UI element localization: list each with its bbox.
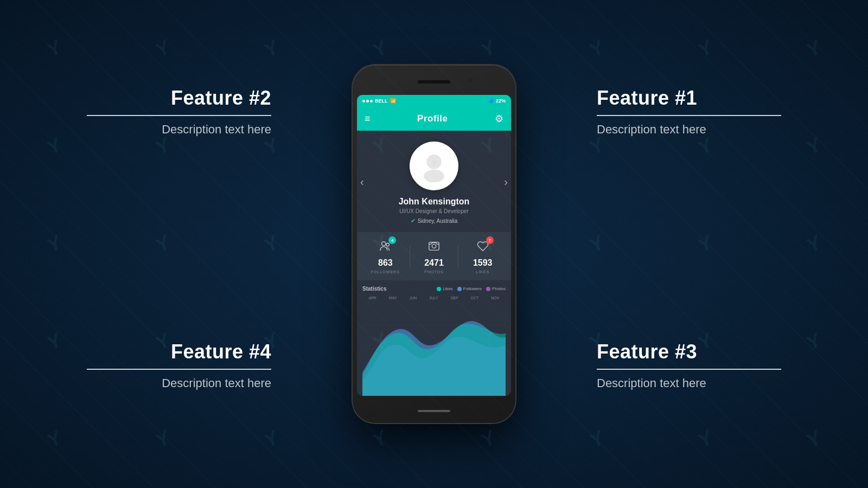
diagonal-pattern (0, 0, 868, 488)
